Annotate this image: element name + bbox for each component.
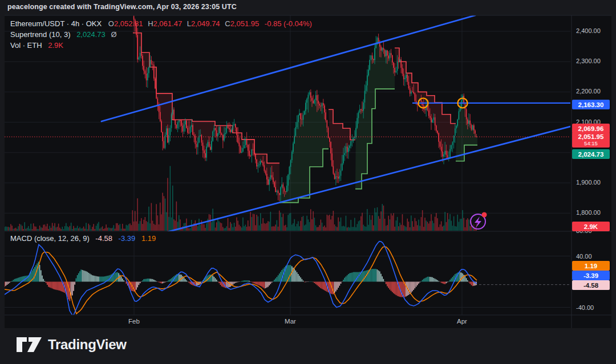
volume-title: Vol · ETH bbox=[10, 41, 42, 50]
supertrend-value-badge: 2,024.73 bbox=[572, 149, 610, 159]
tradingview-screenshot: peacelonge created with TradingView.com,… bbox=[0, 0, 616, 364]
volume-value: 2.9K bbox=[48, 41, 63, 50]
tradingview-logo-icon bbox=[16, 336, 42, 353]
volume-value-badge: 2.9K bbox=[572, 222, 610, 231]
ohlc-open-value: 2,052.81 bbox=[114, 19, 143, 28]
macd-axis-label[interactable]: 40.00 bbox=[576, 253, 592, 260]
macd-signal-value: 1.19 bbox=[141, 234, 156, 243]
macd-signal-badge: 1.19 bbox=[572, 261, 610, 271]
supertrend-legend-row[interactable]: Supertrend (10, 3) 2,024.73 Ø bbox=[10, 29, 312, 40]
ohlc-low-value: 2,049.74 bbox=[191, 19, 220, 28]
supertrend-title: Supertrend (10, 3) bbox=[10, 30, 71, 39]
macd-hist-badge: -4.58 bbox=[572, 280, 610, 290]
ohlc-close-value: 2,051.95 bbox=[230, 19, 260, 28]
time-axis-label[interactable]: Apr bbox=[457, 318, 467, 325]
main-legend: Ethereum/USDT · 4h · OKX O2,052.81 H2,06… bbox=[10, 18, 312, 51]
macd-axis-label[interactable]: -40.00 bbox=[576, 304, 594, 311]
symbol-title: Ethereum/USDT · 4h · OKX bbox=[10, 19, 102, 28]
macd-hist-value: -4.58 bbox=[95, 234, 112, 243]
price-axis-label[interactable]: 2,400.00 bbox=[576, 27, 601, 34]
price-axis-label[interactable]: 2,200.00 bbox=[576, 88, 601, 95]
alert-level-badge: 2,163.30 bbox=[572, 100, 610, 109]
supertrend-suffix-icon[interactable]: Ø bbox=[111, 30, 116, 39]
price-axis-label[interactable]: 2,300.00 bbox=[576, 58, 601, 64]
ohlc-close-label: C bbox=[225, 19, 230, 28]
price-axis-label[interactable]: 1,900.00 bbox=[576, 179, 601, 186]
ohlc-high-value: 2,061.47 bbox=[153, 19, 183, 28]
footer-branding[interactable]: TradingView bbox=[16, 336, 127, 353]
tradingview-brand-text: TradingView bbox=[48, 337, 127, 353]
price-axis-label[interactable]: 1,800.00 bbox=[576, 209, 601, 216]
ohlc-high-label: H bbox=[148, 19, 153, 28]
supertrend-value: 2,024.73 bbox=[76, 30, 106, 39]
macd-line-value: -3.39 bbox=[119, 234, 136, 243]
time-axis-label[interactable]: Feb bbox=[128, 318, 140, 325]
symbol-legend-row[interactable]: Ethereum/USDT · 4h · OKX O2,052.81 H2,06… bbox=[10, 18, 312, 29]
macd-legend-row[interactable]: MACD (close, 12, 26, 9) -4.58 -3.39 1.19 bbox=[10, 234, 156, 243]
ohlc-open-label: O bbox=[108, 19, 114, 28]
last-price-countdown-badge: 2,051.9554:15 bbox=[572, 132, 610, 148]
macd-line-badge: -3.39 bbox=[572, 271, 610, 280]
ohlc-low-label: L bbox=[187, 19, 191, 28]
volume-legend-row[interactable]: Vol · ETH 2.9K bbox=[10, 40, 312, 51]
time-axis-label[interactable]: Mar bbox=[285, 318, 296, 325]
macd-title: MACD (close, 12, 26, 9) bbox=[10, 234, 90, 243]
chart-canvas[interactable] bbox=[0, 0, 616, 364]
change-value: -0.85 (-0.04%) bbox=[265, 19, 312, 28]
